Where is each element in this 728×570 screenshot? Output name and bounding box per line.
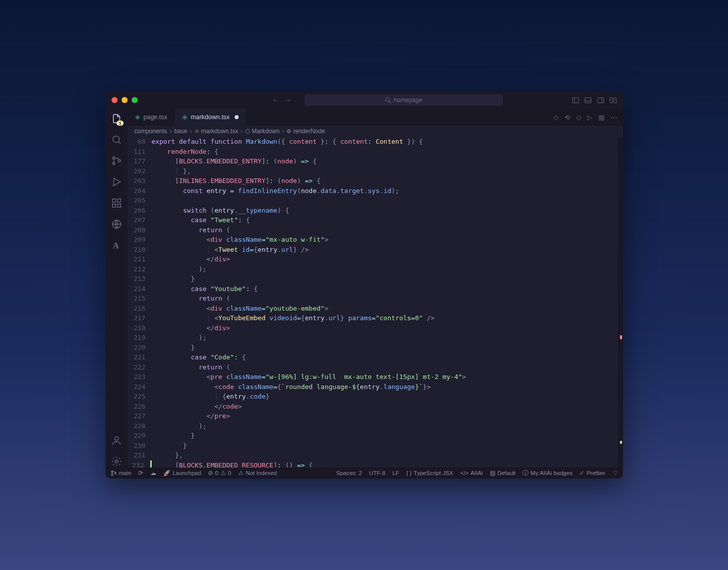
minimize-window-button[interactable] <box>122 97 128 103</box>
breadcrumb-item[interactable]: ⬡ Markdown <box>245 128 279 135</box>
svg-point-26 <box>111 474 113 476</box>
panel-left-icon[interactable] <box>572 97 579 104</box>
code-line[interactable]: 216 <div className="youtube-embed"> <box>128 304 623 314</box>
language-status[interactable]: { }TypeScript JSX <box>406 470 453 476</box>
tab-markdown-tsx[interactable]: ⚛markdown.tsx <box>175 109 246 126</box>
code-line[interactable]: 210 │ <Tweet id={entry.url} /> <box>128 245 623 255</box>
source-control-activity[interactable] <box>111 155 123 167</box>
code-line[interactable]: 211 </div> <box>128 254 623 264</box>
line-number: 177 <box>128 156 152 166</box>
code-line[interactable]: 232 [BLOCKS.EMBEDDED_RESOURCE]: () => { <box>128 460 623 468</box>
maximize-window-button[interactable] <box>132 97 138 103</box>
breadcrumb-item[interactable]: base <box>174 128 187 135</box>
run-icon[interactable]: ▷ <box>587 114 592 121</box>
code-line[interactable]: 204 const entry = findInlineEntry(node.d… <box>128 186 623 196</box>
index-status[interactable]: ⚠Not Indexed <box>238 469 277 477</box>
panel-bottom-icon[interactable] <box>584 97 592 104</box>
code-content: [BLOCKS.EMBEDDED_ENTRY]: (node) => { <box>152 156 623 166</box>
code-line[interactable]: 213 } <box>128 274 623 284</box>
accounts-activity[interactable] <box>111 434 123 446</box>
panel-right-icon[interactable] <box>597 97 604 104</box>
code-line[interactable]: 226 </code> <box>128 402 623 412</box>
nav-sync-icon[interactable]: ⟲ <box>565 114 570 121</box>
code-line[interactable]: 205 <box>128 196 623 206</box>
encoding-status[interactable]: UTF-8 <box>369 470 385 476</box>
search-activity[interactable] <box>111 134 123 146</box>
nav-forward-button[interactable]: → <box>284 96 291 104</box>
git-branch-status[interactable]: main <box>111 470 132 477</box>
line-number: 205 <box>128 196 152 206</box>
explorer-activity[interactable]: 1 <box>111 113 123 125</box>
tab-page-tsx[interactable]: ⚛page.tsx <box>128 109 175 126</box>
code-line[interactable]: 225 │ {entry.code} <box>128 392 623 402</box>
nav-next-icon[interactable]: ◇ <box>576 114 581 121</box>
extensions-activity[interactable] <box>111 197 123 209</box>
line-number: 111 <box>128 147 152 157</box>
code-line[interactable]: 202 │ }, <box>128 166 623 176</box>
code-content: <div className="youtube-embed"> <box>152 304 623 314</box>
default-status[interactable]: ▤Default <box>490 469 515 477</box>
line-number: 217 <box>128 313 152 323</box>
code-content: </div> <box>152 254 623 264</box>
breadcrumbs[interactable]: components›base›⚛ markdown.tsx›⬡ Markdow… <box>128 126 623 137</box>
problems-status[interactable]: ⊘0 ⚠0 <box>208 469 231 477</box>
breadcrumb-separator: › <box>241 128 243 135</box>
line-number: 220 <box>128 343 152 353</box>
code-line[interactable]: 223 <pre className="w-[96%] lg:w-full mx… <box>128 372 623 382</box>
code-line[interactable]: 214 case "Youtube": { <box>128 284 623 294</box>
more-icon[interactable]: ⋯ <box>610 114 617 121</box>
code-line[interactable]: 203 [INLINES.EMBEDDED_ENTRY]: (node) => … <box>128 176 623 186</box>
code-line[interactable]: 231 }, <box>128 450 623 460</box>
breadcrumb-item[interactable]: ⚛ markdown.tsx <box>194 128 238 135</box>
sync-status[interactable]: ⟳ <box>138 469 143 477</box>
remote-activity[interactable] <box>111 218 123 230</box>
code-line[interactable]: 221 case "Code": { <box>128 352 623 362</box>
prettier-status[interactable]: ✓Prettier <box>579 469 605 477</box>
layout-icon[interactable] <box>609 97 617 104</box>
branch-name: main <box>119 470 132 476</box>
launchpad-status[interactable]: 🚀 Launchpad <box>163 469 201 477</box>
nav-prev-icon[interactable]: ◇ <box>554 114 559 121</box>
code-line[interactable]: 212 ); <box>128 264 623 274</box>
command-center-search[interactable]: homepage <box>304 94 503 106</box>
minimap[interactable] <box>618 137 623 467</box>
code-line[interactable]: 206 switch (entry.__typename) { <box>128 206 623 216</box>
settings-activity[interactable] <box>111 455 123 467</box>
code-line[interactable]: 218 </div> <box>128 323 623 333</box>
title-right-actions <box>572 97 617 104</box>
code-editor[interactable]: 68export default function Markdown({ con… <box>128 137 623 467</box>
code-line[interactable]: 219 ); <box>128 333 623 343</box>
bell-icon[interactable]: ♡ <box>612 469 618 477</box>
code-line[interactable]: 209 <div className="mx-auto w-fit"> <box>128 235 623 245</box>
code-line[interactable]: 208 return ( <box>128 225 623 235</box>
code-line[interactable]: 177 [BLOCKS.EMBEDDED_ENTRY]: (node) => { <box>128 156 623 166</box>
code-line[interactable]: 227 </pre> <box>128 411 623 421</box>
code-content: │ {entry.code} <box>152 392 623 402</box>
eol-status[interactable]: LF <box>392 470 399 476</box>
aiiai-label: AIIAi <box>471 470 483 476</box>
breadcrumb-item[interactable]: components <box>135 128 167 135</box>
code-line[interactable]: 229 } <box>128 431 623 441</box>
code-line[interactable]: 224 <code className={`rounded language-$… <box>128 382 623 392</box>
code-content: │ <Tweet id={entry.url} /> <box>152 245 623 255</box>
code-line[interactable]: 207 case "Tweet": { <box>128 215 623 225</box>
split-editor-icon[interactable]: ▥ <box>598 114 604 121</box>
code-line[interactable]: 228 ); <box>128 421 623 431</box>
code-line[interactable]: 217 │ <YouTubeEmbed videoid={entry.url} … <box>128 313 623 323</box>
nav-back-button[interactable]: ← <box>272 96 279 104</box>
line-number: 211 <box>128 254 152 264</box>
code-line[interactable]: 68export default function Markdown({ con… <box>128 137 623 147</box>
code-line[interactable]: 215 return ( <box>128 294 623 304</box>
run-debug-activity[interactable] <box>111 176 123 188</box>
spaces-status[interactable]: Spaces: 2 <box>336 470 362 476</box>
breadcrumb-item[interactable]: ⚙ renderNode <box>286 128 325 135</box>
cloud-status[interactable]: ☁ <box>150 469 156 477</box>
close-window-button[interactable] <box>112 97 118 103</box>
text-activity[interactable]: A <box>111 239 123 251</box>
code-line[interactable]: 111 renderNode: { <box>128 147 623 157</box>
code-line[interactable]: 230 } <box>128 441 623 451</box>
code-line[interactable]: 222 return ( <box>128 362 623 372</box>
aiiai-status[interactable]: </>AIIAi <box>460 470 483 476</box>
badges-status[interactable]: ⓘMy AIIAi badges <box>523 469 572 477</box>
code-line[interactable]: 220 } <box>128 343 623 353</box>
